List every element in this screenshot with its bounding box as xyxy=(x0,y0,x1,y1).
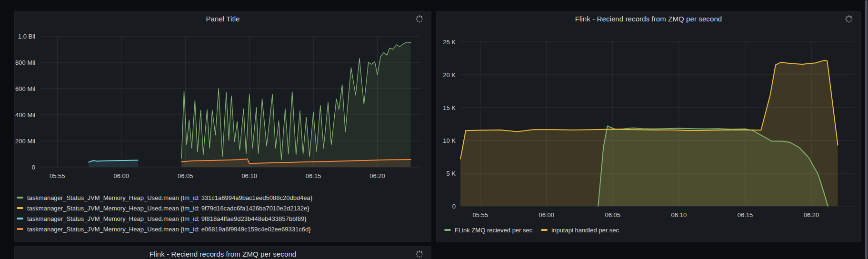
x-axis-tick-label: 06:20 xyxy=(804,211,819,219)
legend-series-swatch-icon xyxy=(17,207,23,209)
legend-series-label: taskmanager_Status_JVM_Memory_Heap_Used.… xyxy=(27,205,309,212)
scrollbar-thumb[interactable] xyxy=(865,0,868,259)
legend-series-label: taskmanager_Status_JVM_Memory_Heap_Used.… xyxy=(27,194,312,201)
legend-series-label: taskmanager_Status_JVM_Memory_Heap_Used.… xyxy=(27,215,307,222)
x-axis-tick-label: 06:00 xyxy=(539,211,555,219)
legend-series-swatch-icon xyxy=(17,228,23,230)
series-fill xyxy=(460,60,838,206)
loading-spinner-icon xyxy=(845,15,853,23)
legend-series-label: inputapi handled per sec xyxy=(551,227,619,234)
y-axis-tick-label: 0 xyxy=(452,203,456,210)
y-axis-tick-label: 5 K xyxy=(446,170,456,177)
chart-legend: taskmanager_Status_JVM_Memory_Heap_Used.… xyxy=(15,191,431,234)
panel-title: Panel Title xyxy=(206,15,239,23)
y-axis-tick-label: 1.0 Bil xyxy=(18,33,35,40)
x-axis-tick-label: 06:10 xyxy=(241,172,257,179)
x-axis-tick-label: 06:15 xyxy=(306,172,321,179)
time-series-chart[interactable]: 0200 Mil400 Mil600 Mil800 Mil1.0 Bil05:5… xyxy=(15,26,432,191)
x-axis-tick-label: 05:55 xyxy=(472,211,488,219)
x-axis-tick-label: 06:05 xyxy=(605,211,621,219)
loading-spinner-icon xyxy=(416,15,423,23)
series-fill xyxy=(181,42,410,167)
x-axis-tick-label: 06:10 xyxy=(671,211,687,219)
legend-series-swatch-icon xyxy=(17,197,23,199)
x-axis-tick-label: 06:15 xyxy=(738,211,753,219)
legend-item[interactable]: taskmanager_Status_JVM_Memory_Heap_Used.… xyxy=(17,203,429,213)
legend-series-label: taskmanager_Status_JVM_Memory_Heap_Used.… xyxy=(27,226,311,233)
legend-series-swatch-icon xyxy=(541,229,548,231)
panel-header[interactable]: Flink - Reciend records from ZMQ per sec… xyxy=(437,11,860,26)
x-axis-tick-label: 05:55 xyxy=(50,172,65,179)
panel-title: Flink - Reciend records from ZMQ per sec… xyxy=(150,250,297,258)
x-axis-tick-label: 06:05 xyxy=(178,172,193,179)
x-axis-tick-label: 06:00 xyxy=(113,172,129,179)
y-axis-tick-label: 0 xyxy=(32,164,35,171)
panel-header[interactable]: Panel Title xyxy=(15,11,431,26)
x-axis-tick-label: 06:20 xyxy=(369,172,385,179)
panel-flink-zmq-records-bottom: Flink - Reciend records from ZMQ per sec… xyxy=(14,246,431,259)
grafana-dashboard: { "page": { "background": "#0b0c0f", "pa… xyxy=(0,0,868,259)
y-axis-tick-label: 15 K xyxy=(443,104,456,111)
y-axis-tick-label: 10 K xyxy=(443,137,456,144)
y-axis-tick-label: 20 K xyxy=(443,71,456,79)
y-axis-tick-label: 600 Mil xyxy=(15,85,35,92)
page-scrollbar[interactable] xyxy=(865,0,868,259)
legend-item[interactable]: taskmanager_Status_JVM_Memory_Heap_Used.… xyxy=(17,192,429,203)
legend-item[interactable]: inputapi handled per sec xyxy=(541,225,619,235)
panel-header[interactable]: Flink - Reciend records from ZMQ per sec… xyxy=(15,247,431,259)
chart-legend: FLink ZMQ recieved per secinputapi handl… xyxy=(437,224,860,235)
panel-title: Flink - Reciend records from ZMQ per sec… xyxy=(575,15,722,23)
loading-spinner-icon xyxy=(416,250,423,258)
y-axis-tick-label: 800 Mil xyxy=(15,59,35,66)
y-axis-tick-label: 400 Mil xyxy=(15,111,35,119)
legend-item[interactable]: taskmanager_Status_JVM_Memory_Heap_Used.… xyxy=(17,224,429,234)
legend-series-label: FLink ZMQ recieved per sec xyxy=(455,227,532,234)
panel-jvm-memory-heap: Panel Title 0200 Mil400 Mil600 Mil800 Mi… xyxy=(14,11,431,242)
legend-series-swatch-icon xyxy=(444,229,451,231)
legend-item[interactable]: FLink ZMQ recieved per sec xyxy=(444,225,532,235)
legend-series-swatch-icon xyxy=(17,218,23,219)
y-axis-tick-label: 25 K xyxy=(443,39,456,46)
legend-item[interactable]: taskmanager_Status_JVM_Memory_Heap_Used.… xyxy=(17,213,429,224)
time-series-chart[interactable]: 05 K10 K15 K20 K25 K05:5506:0006:0506:10… xyxy=(437,26,861,224)
y-axis-tick-label: 200 Mil xyxy=(15,138,35,145)
panel-flink-zmq-records: Flink - Reciend records from ZMQ per sec… xyxy=(436,11,861,242)
